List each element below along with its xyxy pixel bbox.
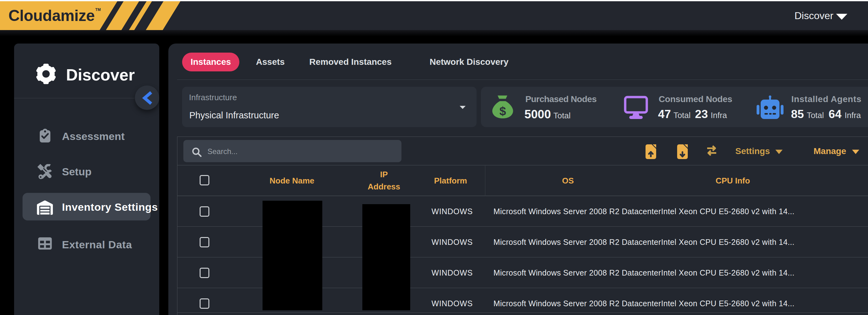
svg-text:$: $ — [499, 105, 506, 118]
